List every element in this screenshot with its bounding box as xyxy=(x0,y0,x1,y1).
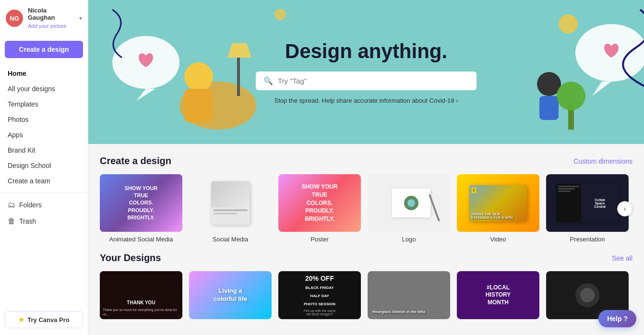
search-input[interactable] xyxy=(278,77,469,85)
covid-notice[interactable]: Stop the spread. Help share accurate inf… xyxy=(274,97,458,104)
nav-divider xyxy=(0,192,88,193)
sidebar-item-trash[interactable]: 🗑 Trash xyxy=(0,213,88,229)
card-video-label: Video xyxy=(457,236,539,243)
avatar: NG xyxy=(6,10,23,27)
help-button[interactable]: Help ? xyxy=(598,310,636,327)
try-pro-button[interactable]: ★ Try Canva Pro xyxy=(5,311,83,328)
card-poster[interactable]: SHOW YOURTRUECOLORS.PROUDLY.BRIGHTLY. Po… xyxy=(278,174,361,243)
all-designs-label: All your designs xyxy=(8,85,55,93)
star-icon: ★ xyxy=(18,316,24,323)
trash-icon: 🗑 xyxy=(8,217,15,226)
create-section-header: Create a design Custom dimensions xyxy=(100,156,632,167)
svg-rect-11 xyxy=(568,106,574,130)
card-presentation[interactable]: CollabSpaceCentral Presentation xyxy=(546,174,629,243)
card-poster-label: Poster xyxy=(278,236,361,243)
chevron-down-icon: ▾ xyxy=(79,15,82,22)
try-pro-label: Try Canva Pro xyxy=(27,316,69,323)
create-team-label: Create a team xyxy=(8,177,50,185)
design-cards-wrapper: SHOW YOURTRUECOLORS.PROUDLY.BRIGHTLY. An… xyxy=(100,174,632,243)
custom-dimensions-link[interactable]: Custom dimensions xyxy=(573,157,632,165)
your-designs-title: Your Designs xyxy=(100,252,161,263)
svg-point-14 xyxy=(274,9,286,20)
card-logo-thumb xyxy=(368,174,450,232)
create-section-title: Create a design xyxy=(100,156,171,167)
design-item-1[interactable]: THANK YOU Thank you so much for everythi… xyxy=(100,271,182,319)
sidebar: NG Nicola Gaughan Add your picture ▾ Cre… xyxy=(0,0,88,335)
sidebar-item-apps[interactable]: Apps xyxy=(0,127,88,143)
sidebar-item-all-designs[interactable]: All your designs xyxy=(0,81,88,96)
hero-search-box[interactable]: 🔍 xyxy=(256,72,477,90)
card-video[interactable]: ! TAKING THE NEWEXPERIENCE FOR A SPIN Vi… xyxy=(457,174,539,243)
svg-point-12 xyxy=(557,82,585,110)
sidebar-item-brand[interactable]: Brand Kit xyxy=(0,143,88,158)
hero-banner: Design anything. 🔍 Stop the spread. Help… xyxy=(88,0,644,144)
svg-point-13 xyxy=(559,14,578,34)
sidebar-item-folders[interactable]: 🗂 Folders xyxy=(0,197,88,213)
svg-rect-8 xyxy=(539,96,559,120)
user-section[interactable]: NG Nicola Gaughan Add your picture ▾ xyxy=(0,0,88,35)
apps-label: Apps xyxy=(8,131,23,139)
templates-label: Templates xyxy=(8,100,38,108)
your-designs-row: THANK YOU Thank you so much for everythi… xyxy=(100,271,632,319)
user-info: Nicola Gaughan Add your picture xyxy=(28,7,74,30)
svg-point-7 xyxy=(537,72,561,96)
card-presentation-thumb: CollabSpaceCentral xyxy=(546,174,629,232)
card-social-media[interactable]: Social Media xyxy=(189,174,272,243)
sidebar-item-home[interactable]: Home xyxy=(0,66,88,81)
hero-title: Design anything. xyxy=(285,40,447,63)
scroll-right-arrow[interactable]: › xyxy=(617,201,632,216)
card-presentation-label: Presentation xyxy=(546,236,629,243)
sidebar-item-templates[interactable]: Templates xyxy=(0,96,88,112)
main-content: Design anything. 🔍 Stop the spread. Help… xyxy=(88,0,644,335)
nav-section: Home All your designs Templates Photos A… xyxy=(0,64,88,306)
card-animated-social-media[interactable]: SHOW YOURTRUECOLORS.PROUDLY.BRIGHTLY. An… xyxy=(100,174,182,243)
sidebar-item-create-team[interactable]: Create a team xyxy=(0,173,88,189)
folders-label: Folders xyxy=(19,201,42,209)
svg-point-5 xyxy=(112,36,179,89)
card-social-media-label: Social Media xyxy=(189,236,272,243)
brand-label: Brand Kit xyxy=(8,146,36,154)
design-item-4[interactable]: Hourglass Station in the blitz xyxy=(368,271,450,319)
design-item-3[interactable]: 20% OFFBLACK FRIDAYHALF DAYPHOTO SESSION… xyxy=(278,271,361,319)
card-poster-thumb: SHOW YOURTRUECOLORS.PROUDLY.BRIGHTLY. xyxy=(278,174,361,232)
trash-label: Trash xyxy=(19,217,36,225)
svg-point-1 xyxy=(184,62,213,91)
card-social-media-thumb xyxy=(189,174,272,232)
user-name: Nicola Gaughan xyxy=(28,7,74,21)
design-item-2[interactable]: Living acolorful life xyxy=(189,271,272,319)
folder-icon: 🗂 xyxy=(8,201,15,209)
sidebar-item-design-school[interactable]: Design School xyxy=(0,158,88,173)
add-picture-link[interactable]: Add your picture xyxy=(28,23,66,29)
svg-point-0 xyxy=(179,82,256,130)
svg-rect-3 xyxy=(237,58,240,96)
svg-marker-6 xyxy=(136,89,155,101)
card-logo-label: Logo xyxy=(368,236,450,243)
create-design-button[interactable]: Create a design xyxy=(5,41,83,58)
design-item-5[interactable]: #LOCALHISTORYMONTH xyxy=(457,271,539,319)
design-school-label: Design School xyxy=(8,162,51,169)
create-design-section: Create a design Custom dimensions SHOW Y… xyxy=(88,144,644,243)
svg-point-9 xyxy=(575,24,644,82)
card-video-thumb: ! TAKING THE NEWEXPERIENCE FOR A SPIN xyxy=(457,174,539,232)
sidebar-item-photos[interactable]: Photos xyxy=(0,112,88,127)
card-animated-social-media-label: Animated Social Media xyxy=(100,236,182,243)
home-label: Home xyxy=(8,70,26,77)
search-icon: 🔍 xyxy=(263,76,273,85)
your-designs-section: Your Designs See all THANK YOU Thank you… xyxy=(88,243,644,329)
svg-marker-4 xyxy=(227,43,251,58)
card-animated-social-media-thumb: SHOW YOURTRUECOLORS.PROUDLY.BRIGHTLY. xyxy=(100,174,182,232)
see-all-link[interactable]: See all xyxy=(612,254,632,262)
design-cards-row: SHOW YOURTRUECOLORS.PROUDLY.BRIGHTLY. An… xyxy=(100,174,632,243)
your-designs-header: Your Designs See all xyxy=(100,252,632,263)
svg-marker-10 xyxy=(592,82,611,96)
photos-label: Photos xyxy=(8,116,29,123)
card-logo[interactable]: Logo xyxy=(368,174,450,243)
svg-rect-2 xyxy=(184,89,213,122)
